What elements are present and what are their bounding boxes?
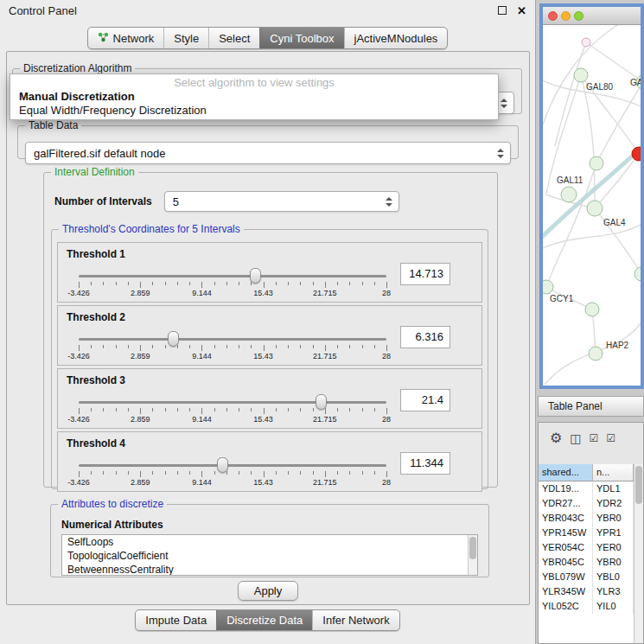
- table-scrollbar-thumb[interactable]: [635, 466, 642, 504]
- close-traffic-light-icon[interactable]: [548, 11, 558, 21]
- attributes-scrollbar-thumb[interactable]: [469, 537, 476, 559]
- threshold-value-field[interactable]: 14.713: [400, 263, 450, 285]
- table-cell: YLR345W: [539, 584, 593, 599]
- close-window-icon[interactable]: ✕: [517, 5, 526, 16]
- attribute-item[interactable]: TopologicalCoefficient: [62, 549, 477, 563]
- network-node[interactable]: [589, 347, 603, 360]
- number-of-intervals-combo[interactable]: 5: [164, 191, 399, 212]
- top-tab-segment: NetworkStyleSelectCyni ToolboxjActiveMNo…: [87, 27, 449, 49]
- table-cell: YDR2: [593, 496, 634, 511]
- network-node[interactable]: [561, 187, 577, 202]
- table-row[interactable]: YDL19...YDL1: [539, 481, 634, 496]
- minimize-traffic-light-icon[interactable]: [561, 11, 571, 21]
- attributes-group-title: Attributes to discretize: [58, 498, 167, 510]
- threshold-slider-track[interactable]: [79, 338, 386, 341]
- network-window-titlebar[interactable]: [543, 7, 641, 25]
- highlighted-edge[interactable]: [543, 143, 641, 243]
- control-panel-title: Control Panel: [9, 4, 488, 17]
- dropdown-option-manual-discretization[interactable]: Manual Discretization: [10, 90, 498, 104]
- tab-select[interactable]: Select: [208, 28, 259, 48]
- table-body: YDL19...YDL1YDR27...YDR2YBR043CYBR0YPR14…: [539, 481, 634, 614]
- table-data-combo[interactable]: galFiltered.sif default node: [25, 142, 511, 164]
- table-cell: YIL0: [593, 599, 634, 614]
- threshold-slider-track[interactable]: [79, 401, 386, 404]
- slider-ticks: [79, 282, 386, 288]
- slider-ticks: [79, 471, 386, 477]
- slider-tick-labels: -3.4262.8599.14415.4321.71528: [79, 289, 386, 297]
- column-header[interactable]: shared...: [539, 464, 593, 481]
- network-node[interactable]: [585, 303, 599, 316]
- select-all-checkbox-icon[interactable]: ☑: [590, 433, 599, 443]
- threshold-value-field[interactable]: 11.344: [400, 452, 450, 475]
- tab-label: Select: [219, 32, 250, 45]
- network-node-label: GAL4: [603, 218, 626, 227]
- table-row[interactable]: YBR043CYBR0: [539, 511, 634, 526]
- float-window-icon[interactable]: [498, 6, 507, 15]
- table-row[interactable]: YER054CYER0: [539, 540, 634, 555]
- tab-impute-data[interactable]: Impute Data: [136, 610, 216, 630]
- dropdown-option-equal-width-frequency-discretization[interactable]: Equal Width/Frequency Discretization: [10, 104, 498, 118]
- network-node-label: HAP2: [606, 341, 629, 350]
- table-row[interactable]: YLR345WYLR3: [539, 584, 634, 599]
- threshold-slider-track[interactable]: [79, 275, 386, 277]
- numerical-attributes-list[interactable]: SelfLoopsTopologicalCoefficientBetweenne…: [61, 534, 478, 576]
- network-canvas[interactable]: GAL80GAGAL11GAL4GCY1HAP2: [543, 25, 641, 385]
- network-node[interactable]: [634, 267, 641, 281]
- interval-definition-group: Interval Definition Number of Intervals …: [43, 166, 498, 488]
- control-panel-titlebar: Control Panel ✕: [0, 0, 535, 21]
- cyni-toolbox-panel: Discretization Algorithm Select algorith…: [6, 51, 530, 605]
- table-panel-window: ⚙ ◫ ☑ ☑ shared...n... YDL19...YDL1YDR27.…: [538, 422, 644, 644]
- attribute-item[interactable]: SelfLoops: [62, 535, 477, 549]
- top-tab-bar: NetworkStyleSelectCyni ToolboxjActiveMNo…: [0, 27, 535, 49]
- tab-style[interactable]: Style: [163, 28, 208, 48]
- threshold-value-field[interactable]: 6.316: [400, 326, 450, 348]
- network-node-label: GAL80: [586, 82, 614, 92]
- node-table: shared...n... YDL19...YDL1YDR27...YDR2YB…: [539, 464, 634, 643]
- table-scrollbar[interactable]: [634, 464, 643, 643]
- zoom-traffic-light-icon[interactable]: [574, 11, 583, 21]
- tab-label: Cyni Toolbox: [270, 32, 334, 45]
- threshold-value-field[interactable]: 21.4: [400, 389, 450, 411]
- network-node[interactable]: [632, 147, 641, 161]
- threshold-slider-track[interactable]: [79, 464, 386, 467]
- table-panel-title: Table Panel: [548, 400, 603, 412]
- table-row[interactable]: YDR27...YDR2: [539, 496, 634, 511]
- threshold-row: Threshold 2-3.4262.8599.14415.4321.71528…: [57, 305, 482, 366]
- interval-definition-group-title: Interval Definition: [51, 166, 138, 178]
- network-node[interactable]: [543, 280, 553, 294]
- select-none-checkbox-icon[interactable]: ☑: [606, 433, 615, 443]
- column-header[interactable]: n...: [593, 464, 634, 481]
- network-node[interactable]: [582, 38, 590, 47]
- table-row[interactable]: YBR045CYBR0: [539, 555, 634, 570]
- table-cell: YER0: [593, 540, 634, 555]
- tab-jactivemnodules[interactable]: jActiveMNodules: [344, 28, 448, 48]
- table-data-group-title: Table Data: [25, 119, 81, 131]
- apply-button[interactable]: Apply: [238, 581, 299, 601]
- network-view-window[interactable]: GAL80GAGAL11GAL4GCY1HAP2: [539, 3, 644, 389]
- tab-cyni-toolbox[interactable]: Cyni Toolbox: [259, 28, 343, 48]
- attribute-item[interactable]: BetweennessCentrality: [62, 563, 477, 576]
- table-panel-header[interactable]: Table Panel: [538, 396, 644, 417]
- threshold-label: Threshold 4: [67, 437, 125, 450]
- table-cell: YBR043C: [539, 511, 593, 526]
- table-row[interactable]: YBL079WYBL0: [539, 570, 634, 584]
- tab-discretize-data[interactable]: Discretize Data: [216, 610, 312, 630]
- attributes-scrollbar[interactable]: [468, 535, 477, 575]
- tab-infer-network[interactable]: Infer Network: [312, 610, 399, 630]
- network-node-label: GCY1: [550, 294, 574, 303]
- dropdown-placeholder-option[interactable]: Select algorithm to view settings: [10, 76, 498, 90]
- network-icon: [98, 31, 109, 45]
- network-node-label: GAL11: [557, 175, 583, 185]
- columns-icon[interactable]: ◫: [570, 432, 581, 444]
- table-row[interactable]: YPR145WYPR1: [539, 526, 634, 540]
- table-row[interactable]: YIL052CYIL0: [539, 599, 634, 614]
- table-cell: YBL0: [593, 570, 634, 584]
- table-cell: YBR045C: [539, 555, 593, 570]
- tab-network[interactable]: Network: [88, 28, 164, 48]
- threshold-label: Threshold 2: [67, 311, 125, 323]
- network-node[interactable]: [590, 156, 603, 170]
- gear-icon[interactable]: ⚙: [550, 431, 562, 445]
- network-node[interactable]: [587, 201, 603, 216]
- threshold-row: Threshold 3-3.4262.8599.14415.4321.71528…: [57, 368, 482, 429]
- network-node[interactable]: [574, 68, 588, 82]
